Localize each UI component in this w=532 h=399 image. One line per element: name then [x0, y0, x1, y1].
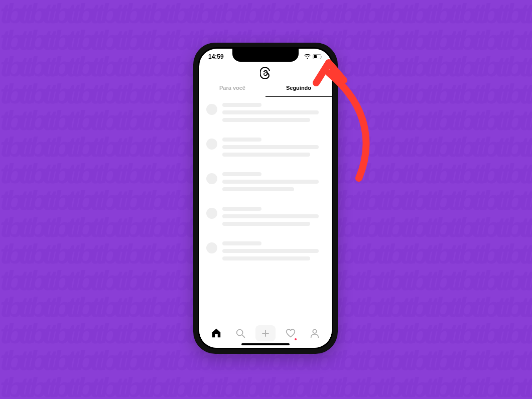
tab-following[interactable]: Seguindo: [265, 83, 332, 97]
skeleton-avatar: [206, 139, 217, 150]
battery-icon: [313, 54, 323, 59]
skeleton-line: [222, 103, 261, 107]
skeleton-line: [222, 138, 261, 142]
nav-search[interactable]: [231, 324, 249, 342]
home-icon: [211, 328, 222, 339]
tab-for-you[interactable]: Para você: [199, 83, 265, 97]
status-time: 14:59: [208, 53, 224, 60]
skeleton-line: [222, 110, 319, 114]
feed-area[interactable]: [199, 99, 332, 322]
skeleton-avatar: [206, 242, 217, 253]
skeleton-line: [222, 118, 310, 122]
skeleton-line: [222, 172, 261, 176]
skeleton-post: [206, 138, 325, 160]
notification-dot-icon: [295, 338, 297, 340]
skeleton-line: [222, 145, 319, 149]
plus-icon: [261, 329, 270, 338]
skeleton-post: [206, 241, 325, 264]
skeleton-avatar: [206, 208, 217, 219]
svg-line-4: [242, 335, 244, 337]
phone-bezel: 14:59: [198, 47, 333, 349]
svg-rect-2: [322, 56, 323, 58]
home-indicator[interactable]: [241, 343, 290, 345]
skeleton-line: [222, 180, 319, 184]
phone-frame: 14:59: [193, 43, 338, 354]
phone-notch: [232, 49, 299, 62]
skeleton-line: [222, 222, 310, 226]
skeleton-line: [222, 241, 261, 245]
svg-point-7: [313, 330, 316, 333]
skeleton-avatar: [206, 104, 217, 115]
nav-activity[interactable]: [282, 324, 300, 342]
skeleton-avatar: [206, 173, 217, 184]
nav-home[interactable]: [207, 324, 225, 342]
skeleton-line: [222, 249, 319, 253]
status-indicators: [304, 54, 323, 59]
wifi-icon: [304, 54, 311, 59]
feed-tabs: Para você Seguindo: [199, 83, 332, 97]
tab-label: Seguindo: [286, 85, 311, 91]
threads-logo-icon: [260, 67, 271, 81]
svg-rect-1: [314, 55, 317, 58]
heart-icon: [285, 328, 296, 339]
skeleton-line: [222, 207, 261, 211]
skeleton-line: [222, 256, 310, 260]
nav-profile[interactable]: [306, 324, 324, 342]
skeleton-line: [222, 214, 319, 218]
tab-label: Para você: [219, 85, 245, 91]
skeleton-post: [206, 172, 325, 195]
skeleton-post: [206, 103, 325, 125]
skeleton-line: [222, 187, 294, 191]
skeleton-line: [222, 153, 310, 157]
nav-compose[interactable]: [255, 325, 276, 341]
person-icon: [309, 328, 320, 339]
search-icon: [235, 328, 246, 339]
skeleton-post: [206, 207, 325, 229]
phone-screen: 14:59: [199, 49, 332, 348]
